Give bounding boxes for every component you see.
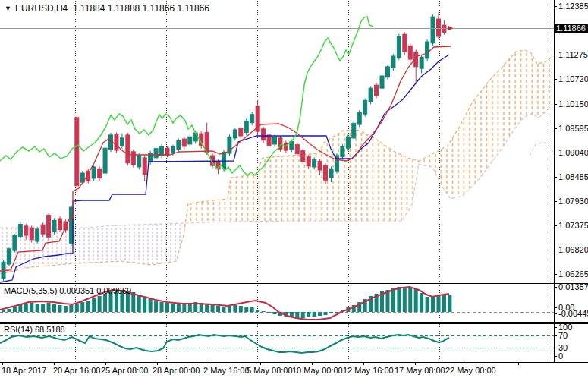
macd-histogram-bar bbox=[69, 305, 73, 312]
macd-histogram-bar bbox=[408, 288, 412, 312]
candle bbox=[24, 226, 28, 235]
candle bbox=[115, 134, 118, 150]
candle bbox=[41, 225, 45, 234]
macd-histogram-bar bbox=[13, 307, 17, 312]
macd-histogram-bar bbox=[273, 312, 277, 314]
macd-histogram-bar bbox=[7, 309, 11, 312]
candle bbox=[98, 169, 102, 178]
main-panel bbox=[0, 50, 553, 274]
macd-histogram-bar bbox=[313, 312, 316, 317]
candle bbox=[244, 121, 248, 132]
time-label: 18 Apr 2017 bbox=[2, 366, 46, 375]
axis-label: 1.09040 bbox=[558, 148, 588, 157]
macd-histogram-bar bbox=[2, 310, 5, 312]
candle bbox=[222, 152, 225, 169]
axis-label: 1.06265 bbox=[558, 269, 588, 279]
macd-histogram-bar bbox=[436, 295, 440, 312]
macd-histogram-bar bbox=[222, 307, 225, 312]
macd-histogram-bar bbox=[36, 304, 39, 312]
candle bbox=[431, 17, 435, 43]
macd-histogram-bar bbox=[75, 304, 79, 312]
macd-histogram-bar bbox=[324, 312, 328, 315]
candle bbox=[92, 167, 96, 178]
candle bbox=[182, 139, 186, 146]
axis-label: 1.10150 bbox=[558, 99, 588, 109]
candle bbox=[171, 146, 175, 153]
macd-histogram-bar bbox=[250, 307, 254, 312]
candle bbox=[329, 169, 333, 178]
macd-histogram-bar bbox=[30, 303, 33, 312]
macd-histogram-bar bbox=[295, 312, 299, 318]
candle bbox=[408, 46, 412, 59]
macd-histogram-bar bbox=[244, 307, 248, 312]
candle bbox=[352, 123, 356, 138]
axis-label: 1.08485 bbox=[558, 172, 588, 181]
axis-label: 1.10720 bbox=[558, 74, 588, 83]
candle bbox=[403, 34, 407, 52]
rsi-line bbox=[0, 335, 449, 353]
candle bbox=[18, 225, 22, 237]
candle bbox=[318, 161, 322, 170]
macd-histogram-bar bbox=[239, 306, 243, 312]
macd-histogram-bar bbox=[431, 296, 435, 312]
candle bbox=[267, 135, 271, 146]
candle bbox=[137, 156, 141, 167]
macd-histogram-bar bbox=[233, 305, 237, 312]
macd-histogram-bar bbox=[307, 312, 310, 317]
candle bbox=[149, 153, 153, 162]
candle bbox=[126, 135, 130, 163]
axis-label: 70 bbox=[558, 331, 568, 340]
candle bbox=[154, 149, 158, 158]
macd-histogram-bar bbox=[131, 292, 135, 312]
axis-label: 1.07375 bbox=[558, 221, 588, 230]
time-label: 22 May 00:00 bbox=[445, 366, 496, 375]
macd-histogram-bar bbox=[403, 287, 407, 312]
candle bbox=[307, 157, 310, 166]
time-label: 20 Apr 16:00 bbox=[53, 366, 100, 375]
candle bbox=[75, 118, 79, 186]
candle bbox=[369, 88, 373, 102]
candle bbox=[397, 36, 401, 58]
candle bbox=[64, 222, 68, 230]
macd-histogram-bar bbox=[442, 295, 446, 312]
candle bbox=[165, 148, 169, 155]
candle bbox=[341, 146, 344, 157]
candle bbox=[301, 151, 305, 162]
axis-label: -0.004459 bbox=[558, 309, 588, 318]
macd-histogram-bar bbox=[318, 312, 322, 316]
candle bbox=[103, 148, 107, 173]
macd-histogram-bar bbox=[256, 310, 259, 312]
macd-histogram-bar bbox=[262, 311, 266, 312]
macd-histogram-bar bbox=[228, 306, 231, 312]
axis-label: 1.07930 bbox=[558, 197, 588, 206]
axis-label: 0.013574 bbox=[558, 282, 588, 291]
macd-histogram-bar bbox=[448, 295, 451, 312]
candle bbox=[131, 152, 135, 165]
candle bbox=[47, 215, 51, 237]
rsi-panel bbox=[0, 335, 554, 353]
time-label: 5 May 08:00 bbox=[247, 366, 293, 375]
macd-histogram-bar bbox=[420, 293, 423, 312]
candle bbox=[36, 229, 39, 241]
candle bbox=[363, 100, 367, 114]
symbol-name: EURUSD,H4 bbox=[15, 3, 68, 14]
candle bbox=[188, 137, 192, 144]
axis-label: 1.11275 bbox=[558, 50, 588, 59]
candle bbox=[262, 129, 266, 140]
candle bbox=[58, 219, 61, 229]
macd-histogram-bar bbox=[397, 287, 401, 312]
macd-histogram-bar bbox=[414, 289, 418, 312]
time-label: 28 Apr 00:00 bbox=[153, 366, 200, 375]
macd-histogram-bar bbox=[211, 304, 215, 312]
candle bbox=[295, 145, 299, 154]
price-chart-canvas[interactable] bbox=[0, 0, 588, 378]
macd-indicator-label: MACD(5,35,5) 0.009351 0.009669 bbox=[4, 286, 131, 295]
macd-histogram-bar bbox=[103, 294, 107, 312]
candle bbox=[273, 137, 277, 144]
candle bbox=[143, 158, 146, 175]
macd-histogram-bar bbox=[267, 312, 271, 313]
candle bbox=[357, 112, 361, 124]
ohlc-quote: 1.11884 1.11888 1.11866 1.11866 bbox=[73, 3, 209, 14]
ichimoku-future-cloud bbox=[423, 50, 551, 199]
time-label: 17 May 08:00 bbox=[395, 366, 445, 375]
